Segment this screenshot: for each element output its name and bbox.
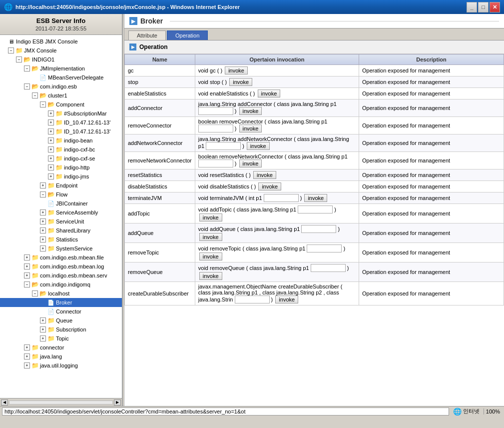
tree-item-id2[interactable]: +ID_10.47.12.61-13': [0, 127, 122, 136]
tree-item-com-indigo-esb-serv[interactable]: +com.indigo.esb.mbean.serv: [0, 271, 122, 280]
tab-operation[interactable]: Operation: [167, 30, 208, 40]
tree-item-jmx-console-node[interactable]: −JMX Console: [0, 46, 122, 55]
scroll-right-btn[interactable]: ▶: [114, 400, 121, 406]
tree-item-jbicontainer[interactable]: JBIContainer: [0, 199, 122, 208]
tree-expander[interactable]: +: [24, 344, 30, 350]
tree-expander[interactable]: +: [48, 120, 54, 126]
tree-item-connector[interactable]: Connector: [0, 307, 122, 316]
tree-item-subscriptionmar[interactable]: +#SubscriptionMar: [0, 109, 122, 118]
tree-expander[interactable]: +: [24, 362, 30, 368]
tree-expander[interactable]: −: [32, 290, 38, 296]
tree-expander[interactable]: −: [8, 48, 14, 54]
tree-expander[interactable]: +: [40, 236, 46, 242]
tree-area[interactable]: Indigo ESB JMX Console−JMX Console−INDIG…: [0, 35, 122, 398]
param-input-createDurableSubscriber[interactable]: [235, 296, 270, 304]
tree-item-java-util-logging[interactable]: +java.util.logging: [0, 361, 122, 370]
param-input-terminateJVM[interactable]: [264, 194, 299, 202]
invoke-btn-terminateJVM[interactable]: invoke: [304, 194, 327, 202]
invoke-btn-gc[interactable]: invoke: [225, 66, 248, 74]
invoke-btn-removeConnector[interactable]: invoke: [239, 124, 262, 132]
tree-item-com-indigo-indigomq[interactable]: −com.indigo.indigomq: [0, 280, 122, 289]
tree-expander[interactable]: +: [24, 254, 30, 260]
param-input-removeQueue[interactable]: [311, 264, 346, 272]
tree-item-component[interactable]: −Component: [0, 100, 122, 109]
invoke-btn-createDurableSubscriber[interactable]: invoke: [275, 296, 298, 304]
tree-item-indigo-cxf-se[interactable]: +indigo-cxf-se: [0, 154, 122, 163]
param-input-removeTopic[interactable]: [307, 244, 342, 252]
tree-item-cluster1[interactable]: −cluster1: [0, 91, 122, 100]
tree-item-queue[interactable]: +Queue: [0, 316, 122, 325]
tree-item-localhost[interactable]: −localhost: [0, 289, 122, 298]
maximize-button[interactable]: □: [478, 2, 489, 12]
invoke-btn-addNetworkConnector[interactable]: invoke: [247, 142, 270, 150]
minimize-button[interactable]: _: [467, 2, 477, 12]
tree-item-com-indigo-esb-log[interactable]: +com.indigo.esb.mbean.log: [0, 262, 122, 271]
tree-expander[interactable]: +: [40, 182, 46, 188]
param-input-addConnector[interactable]: [198, 107, 233, 115]
tree-item-jmimpl[interactable]: −JMImplementation: [0, 64, 122, 73]
invoke-btn-addConnector[interactable]: invoke: [239, 107, 262, 115]
invoke-btn-removeNetworkConnector[interactable]: invoke: [239, 160, 262, 168]
tree-item-topic[interactable]: +Topic: [0, 334, 122, 343]
tree-item-broker[interactable]: Broker: [0, 298, 122, 307]
tree-item-indigo-cxf-bc[interactable]: +indigo-cxf-bc: [0, 145, 122, 154]
tree-expander[interactable]: −: [24, 84, 30, 90]
tree-expander[interactable]: +: [24, 272, 30, 278]
tree-expander[interactable]: −: [24, 282, 30, 288]
tree-item-serviceassembly[interactable]: +ServiceAssembly: [0, 208, 122, 217]
param-input-addTopic[interactable]: [298, 206, 333, 214]
tree-item-id1[interactable]: +ID_10.47.12.61-13': [0, 118, 122, 127]
tree-expander[interactable]: +: [40, 228, 46, 234]
tree-item-subscription[interactable]: +Subscription: [0, 325, 122, 334]
tree-expander[interactable]: +: [48, 164, 54, 170]
tree-expander[interactable]: +: [48, 128, 54, 134]
tree-expander[interactable]: +: [40, 246, 46, 252]
horizontal-scrollbar-left[interactable]: ◀ ▶: [0, 398, 122, 406]
tree-expander[interactable]: −: [24, 66, 30, 72]
tree-item-com-indigo-esb[interactable]: −com.indigo.esb: [0, 82, 122, 91]
close-button[interactable]: ✕: [490, 2, 500, 12]
invoke-btn-removeTopic[interactable]: invoke: [199, 252, 222, 260]
scroll-track[interactable]: [9, 400, 113, 404]
tree-expander[interactable]: +: [40, 210, 46, 216]
tree-expander[interactable]: +: [48, 156, 54, 162]
invoke-btn-stop[interactable]: invoke: [229, 78, 252, 86]
tree-item-sharedlibrary[interactable]: +SharedLibrary: [0, 226, 122, 235]
tree-item-indigo-bean[interactable]: +indigo-bean: [0, 136, 122, 145]
scroll-left-btn[interactable]: ◀: [1, 400, 8, 406]
tree-expander[interactable]: +: [40, 326, 46, 332]
param-input-removeNetworkConnector[interactable]: [198, 160, 233, 168]
tree-item-endpoint[interactable]: +Endpoint: [0, 181, 122, 190]
invoke-btn-disableStatistics[interactable]: invoke: [258, 182, 281, 190]
tree-expander[interactable]: +: [24, 354, 30, 360]
invoke-btn-addTopic[interactable]: invoke: [199, 214, 222, 222]
tree-expander[interactable]: +: [40, 318, 46, 324]
invoke-btn-removeQueue[interactable]: invoke: [199, 272, 222, 280]
tree-expander[interactable]: +: [48, 174, 54, 180]
tree-expander[interactable]: +: [48, 146, 54, 152]
tree-item-com-indigo-esb-file[interactable]: +com.indigo.esb.mbean.file: [0, 253, 122, 262]
invoke-btn-addQueue[interactable]: invoke: [199, 233, 222, 241]
tree-expander[interactable]: +: [48, 110, 54, 116]
invoke-btn-enableStatistics[interactable]: invoke: [258, 90, 281, 98]
tree-expander[interactable]: −: [16, 56, 22, 62]
tree-item-jmx-console[interactable]: Indigo ESB JMX Console: [0, 37, 122, 46]
invoke-btn-resetStatistics[interactable]: invoke: [253, 171, 276, 179]
tree-expander[interactable]: +: [40, 218, 46, 224]
tree-item-java-lang[interactable]: +java.lang: [0, 352, 122, 361]
tree-item-indigo1[interactable]: −INDIGO1: [0, 55, 122, 64]
tree-expander[interactable]: −: [40, 192, 46, 198]
tab-attribute[interactable]: Attribute: [128, 30, 166, 40]
tree-item-systemservice[interactable]: +SystemService: [0, 244, 122, 253]
tree-item-connector2[interactable]: +connector: [0, 343, 122, 352]
tree-item-serviceunit[interactable]: +ServiceUnit: [0, 217, 122, 226]
tree-expander[interactable]: +: [40, 336, 46, 342]
tree-item-flow[interactable]: −Flow: [0, 190, 122, 199]
tree-expander[interactable]: −: [32, 92, 38, 98]
tree-item-statistics[interactable]: +Statistics: [0, 235, 122, 244]
param-input-addQueue[interactable]: [301, 225, 336, 233]
param-input-removeConnector[interactable]: [198, 124, 233, 132]
tree-item-indigo-http[interactable]: +indigo-http: [0, 163, 122, 172]
param-input-addNetworkConnector[interactable]: [206, 142, 241, 150]
tree-item-mbeanserver[interactable]: MBeanServerDelegate: [0, 73, 122, 82]
